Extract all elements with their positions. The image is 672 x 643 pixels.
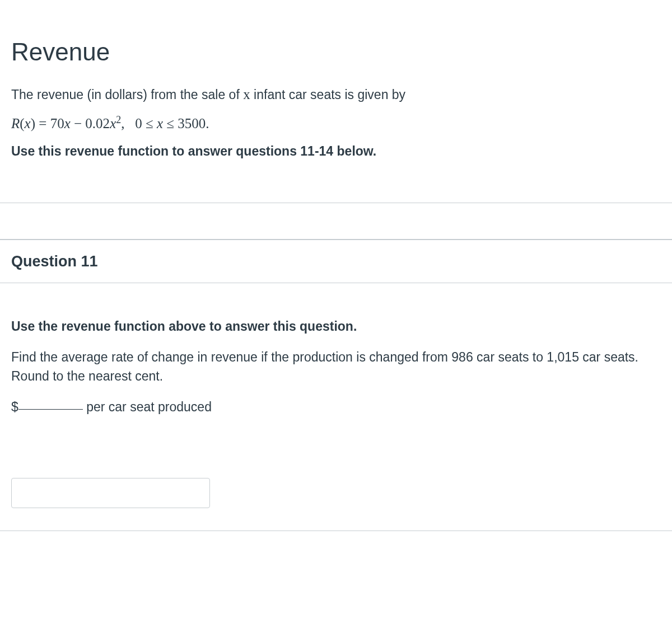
intro-text-post: infant car seats is given by xyxy=(250,87,405,102)
revenue-formula: R(x) = 70x − 0.02x2, 0 ≤ x ≤ 3500. R(x) … xyxy=(11,113,661,134)
question-header: Question 11 xyxy=(0,240,672,284)
answer-input[interactable] xyxy=(11,478,210,508)
answer-blank xyxy=(18,409,83,410)
answer-line: $ per car seat produced xyxy=(11,397,661,417)
section-divider xyxy=(0,203,672,240)
answer-suffix: per car seat produced xyxy=(83,400,212,414)
intro-var-x: x xyxy=(243,87,250,102)
intro-instructions: Use this revenue function to answer ques… xyxy=(11,142,661,161)
formula-math: R(x) = 70x − 0.02x2, 0 ≤ x ≤ 3500. xyxy=(11,116,209,131)
page-title: Revenue xyxy=(11,34,661,71)
question-instruction: Use the revenue function above to answer… xyxy=(11,317,661,336)
intro-line-1: The revenue (in dollars) from the sale o… xyxy=(11,84,661,105)
answer-prefix: $ xyxy=(11,400,18,414)
question-prompt: Find the average rate of change in reven… xyxy=(11,348,661,386)
intro-text-pre: The revenue (in dollars) from the sale o… xyxy=(11,87,243,102)
